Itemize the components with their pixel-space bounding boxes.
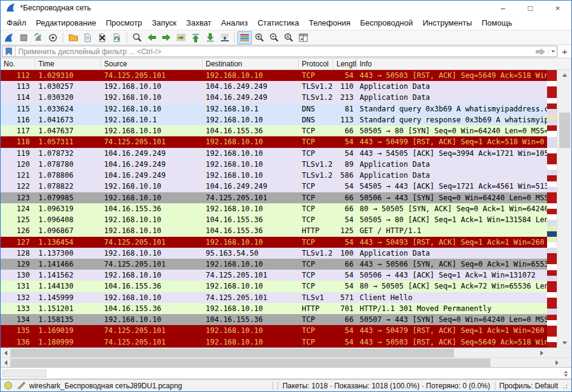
zoom-out-icon[interactable] [267, 31, 281, 44]
packet-row[interactable]: 1281.137300192.168.10.1095.163.54.50TLSv… [1, 248, 547, 259]
horizontal-scroll-thumb[interactable] [10, 359, 490, 367]
column-header-no[interactable]: No. [1, 58, 35, 69]
scroll-up-arrow[interactable] [557, 70, 571, 80]
cell-source: 192.168.10.10 [101, 314, 203, 325]
cell-protocol: TLSv1.2 [299, 92, 333, 103]
packet-row[interactable]: 1301.141562192.168.10.1074.125.205.101TC… [1, 270, 547, 281]
packet-row[interactable]: 1361.18099974.125.205.101192.168.10.10TC… [1, 337, 547, 348]
cell-info: 443 → 50493 [RST, ACK] Seq=1 Ack=1 Win=2… [357, 237, 547, 248]
menu-item-1[interactable]: Редактирование [31, 16, 101, 29]
colorize-packets-icon[interactable] [237, 31, 252, 44]
scroll-right-arrow[interactable] [537, 348, 546, 358]
vertical-scroll-thumb[interactable] [559, 113, 570, 148]
packet-row[interactable]: 1211.078806104.16.249.249192.168.10.10TL… [1, 170, 547, 181]
cell-protocol: DNS [299, 103, 333, 114]
column-header-length[interactable]: Length [333, 58, 357, 69]
close-file-icon[interactable] [95, 31, 110, 44]
packet-row[interactable]: 1351.16901974.125.205.101192.168.10.10TC… [1, 325, 547, 336]
minimap-stripe [547, 276, 557, 281]
scroll-down-arrow[interactable] [557, 338, 571, 348]
menu-item-8[interactable]: Беспроводной [355, 16, 418, 29]
minimap-stripe [547, 220, 557, 225]
horizontal-scrollbar-bottom[interactable] [1, 357, 571, 367]
next-packet-icon[interactable] [159, 31, 173, 44]
menu-item-0[interactable]: Файл [2, 16, 31, 29]
goto-packet-icon[interactable] [173, 31, 188, 44]
zoom-reset-icon[interactable] [281, 31, 296, 44]
packet-row[interactable]: 1311.144130104.16.155.36192.168.10.10TCP… [1, 281, 547, 292]
packet-row[interactable]: 1341.158135192.168.10.10104.16.155.36TCP… [1, 314, 547, 325]
packet-row[interactable]: 1241.096319104.16.155.36192.168.10.10TCP… [1, 203, 547, 214]
vertical-scrollbar[interactable] [557, 70, 571, 348]
packet-row[interactable]: 1251.096408192.168.10.10104.16.155.36TCP… [1, 214, 547, 225]
capture-comment-icon[interactable] [17, 380, 26, 391]
menu-item-5[interactable]: Анализ [216, 16, 253, 29]
resize-columns-icon[interactable] [296, 31, 310, 44]
previous-packet-icon[interactable] [144, 31, 159, 44]
first-packet-icon[interactable] [188, 31, 203, 44]
packet-row[interactable]: 1271.13645474.125.205.101192.168.10.10TC… [1, 237, 547, 248]
packet-row[interactable]: 1201.078780104.16.249.249192.168.10.10TL… [1, 159, 547, 170]
menu-item-6[interactable]: Статистика [253, 16, 304, 29]
scroll-left-arrow[interactable] [1, 358, 10, 368]
menu-item-3[interactable]: Запуск [147, 16, 181, 29]
filter-dropdown-caret[interactable] [548, 49, 557, 54]
packet-row[interactable]: 1231.079985192.168.10.1074.125.205.101TC… [1, 192, 547, 203]
capture-options-icon[interactable] [46, 31, 60, 44]
horizontal-scrollbar-top[interactable] [1, 348, 571, 357]
packet-row[interactable]: 1181.05731174.125.205.101192.168.10.10TC… [1, 136, 547, 147]
add-filter-button[interactable]: + [559, 46, 570, 57]
auto-scroll-icon[interactable] [217, 31, 232, 44]
horizontal-scroll-thumb[interactable] [10, 349, 454, 357]
stop-capture-icon[interactable] [16, 31, 31, 44]
pane-spinner[interactable] [564, 369, 568, 379]
minimap-stripe [547, 253, 557, 259]
cell-source: 192.168.10.10 [101, 214, 203, 225]
column-header-source[interactable]: Source [101, 58, 203, 69]
packet-row[interactable]: 1321.145999192.168.10.1074.125.205.101TL… [1, 292, 547, 303]
menu-item-7[interactable]: Телефония [304, 16, 355, 29]
zoom-in-icon[interactable] [252, 31, 267, 44]
column-header-protocol[interactable]: Protocol [299, 58, 333, 69]
cell-length: 66 [333, 314, 357, 325]
find-packet-icon[interactable] [130, 31, 144, 44]
packet-row[interactable]: 1191.078732104.16.249.249192.168.10.10TC… [1, 148, 547, 159]
cell-length: 701 [333, 303, 357, 314]
save-file-icon[interactable] [80, 31, 95, 44]
scroll-right-arrow[interactable] [552, 358, 562, 368]
menu-item-2[interactable]: Просмотр [101, 16, 147, 29]
packet-row[interactable]: 1261.096867192.168.10.10104.16.155.36HTT… [1, 225, 547, 236]
expert-info-icon[interactable] [4, 382, 12, 390]
reload-file-icon[interactable] [110, 31, 124, 44]
column-header-time[interactable]: Time [35, 58, 101, 69]
maximize-button[interactable]: □ [517, 1, 544, 15]
start-capture-icon[interactable] [2, 31, 16, 44]
packet-row[interactable]: 1171.047637192.168.10.10104.16.155.36TCP… [1, 125, 547, 136]
packet-row[interactable]: 1331.151201104.16.155.36192.168.10.10HTT… [1, 303, 547, 314]
close-button[interactable]: × [544, 1, 571, 15]
packet-row[interactable]: 1151.033624192.168.10.10192.168.10.1DNS8… [1, 103, 547, 114]
open-file-icon[interactable] [66, 31, 80, 44]
packet-row[interactable]: 1121.02931074.125.205.101192.168.10.10TC… [1, 70, 547, 81]
last-packet-icon[interactable] [203, 31, 217, 44]
packet-row[interactable]: 1291.14146674.125.205.101192.168.10.10TC… [1, 259, 547, 270]
column-header-destination[interactable]: Destination [203, 58, 299, 69]
filter-bookmark-icon[interactable] [2, 46, 16, 57]
scroll-left-arrow[interactable] [1, 348, 10, 358]
cell-no: 120 [1, 159, 35, 170]
packet-row[interactable]: 1161.041673192.168.10.1192.168.10.10DNS1… [1, 114, 547, 125]
display-filter-input[interactable] [16, 47, 532, 56]
minimize-button[interactable]: – [489, 1, 517, 15]
column-header-info[interactable]: Info [357, 58, 571, 69]
restart-capture-icon[interactable] [31, 31, 46, 44]
profile-selector[interactable]: Профиль: Default [500, 382, 559, 390]
resize-grip[interactable] [562, 383, 568, 389]
packet-row[interactable]: 1141.030320192.168.10.10104.16.249.249TL… [1, 92, 547, 103]
apply-filter-button[interactable] [532, 48, 548, 55]
packet-row[interactable]: 1221.078822192.168.10.10104.16.249.249TC… [1, 181, 547, 192]
menu-item-9[interactable]: Инструменты [417, 16, 476, 29]
packet-row[interactable]: 1131.030257192.168.10.10104.16.249.249TL… [1, 81, 547, 92]
cell-destination: 104.16.155.36 [203, 314, 299, 325]
menu-item-10[interactable]: Помощь [477, 16, 517, 29]
menu-item-4[interactable]: Захват [181, 16, 216, 29]
